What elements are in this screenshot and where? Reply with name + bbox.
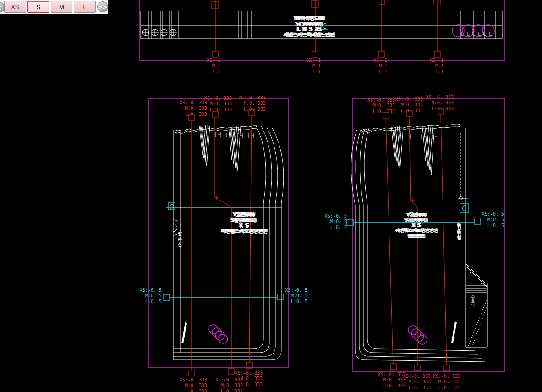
grading-annotation: XS:-0. 333M:0. 333L:0. 333 [203, 96, 232, 113]
right-piece-cb-text: 뒤중심 [455, 223, 462, 259]
grade-handle[interactable] [434, 51, 440, 57]
grain-cross-marker [214, 195, 219, 200]
grade-handle[interactable] [312, 51, 318, 57]
tab-size-m[interactable]: M [51, 1, 73, 13]
grade-handle[interactable] [347, 219, 353, 226]
grading-annotation: XS:-0. 5M:0. 5L:0. 5 [285, 288, 307, 305]
grading-annotation: XS:-0. 333M:0. 333L:0. 333 [394, 97, 423, 114]
tab-size-xs[interactable]: XS [4, 1, 26, 13]
right-piece-notch-marker[interactable] [460, 204, 469, 212]
bounding-boxes [140, 0, 505, 372]
grading-annotation: XS:-0. 333M:0. 333L:0. 333 [367, 98, 395, 114]
grading-annotation: XS:-1M:1L:1 [425, 58, 443, 75]
grade-handle[interactable] [277, 294, 283, 300]
scroll-right-button[interactable]: >> [97, 1, 108, 12]
grading-annotation: XS:-1M:1L:1 [202, 58, 220, 75]
right-piece-outline [351, 124, 488, 362]
tab-size-s[interactable]: S [27, 1, 49, 13]
grading-annotation: XS:-0. 5M:0. 5L:0. 5 [481, 212, 504, 229]
back-vent [466, 261, 488, 347]
grading-annotation: XS:-0. 333M:0. 333L:0. 333 [377, 372, 405, 389]
tab-size-l[interactable]: L [74, 1, 96, 13]
grading-annotation: XS:-0. 333M:0. 333L:0. 333 [425, 95, 454, 112]
grade-handle[interactable] [164, 294, 170, 300]
waistband-tick-marks [462, 32, 492, 35]
grading-annotation: XS:-1M:1L:1 [302, 58, 321, 75]
size-toolbar: < XS S M L >> [0, 0, 108, 14]
grade-handle[interactable] [474, 218, 481, 224]
left-piece-label: Y앞판UUUS앞(0001)X S지엔앞스커트원단면인 [203, 212, 284, 234]
grade-handle[interactable] [378, 51, 384, 57]
cad-canvas: { "toolbar": { "scroll_left": "<", "scro… [0, 0, 542, 392]
right-piece-vent-text: 뒤트임 [470, 295, 475, 312]
grading-annotation: XS:-0. 333M:0. 333L:0. 333 [179, 100, 207, 117]
grading-annotation: XS:-0. 5M:0. 5L:0. 5 [139, 288, 162, 305]
grading-annotation: XS:-0. 333M:0. 333L:0. 333 [237, 95, 266, 112]
grading-annotation: XS:-0. 333M:0. 333L:0. 333 [402, 374, 431, 391]
left-piece-drill-circles [209, 325, 228, 343]
grade-handle[interactable] [212, 51, 218, 57]
hem-notch [181, 322, 187, 343]
grading-annotation: XS:-1M:1L:1 [369, 58, 387, 75]
left-piece-outline [166, 125, 284, 360]
hem-notch [451, 321, 457, 343]
left-piece-notch-marker[interactable] [168, 203, 175, 210]
left-piece-cf-text: 앞중심 [176, 231, 183, 260]
button-mark-icons [142, 29, 176, 36]
grading-annotation: XS:-0. 333M:0. 333L:0. 333 [234, 370, 263, 387]
right-piece-label: Y뒤판UUUS뒤(0001)X S지엔뒤스커트원단면인원단면인 [386, 212, 446, 239]
grading-annotation: XS:-0. 333M:0. 333L:0. 333 [179, 377, 207, 392]
waistband-label: YB허리밴드UUS(5666BD)L M S XS지엔스커트허리밴드면인 [272, 16, 346, 38]
pattern-drawing [0, 0, 542, 392]
grading-annotation: XS:-0. 333M:0. 333L:0. 333 [432, 374, 460, 391]
grading-annotation: XS:-0. 5M:0. 5L:0. 5 [324, 213, 347, 230]
